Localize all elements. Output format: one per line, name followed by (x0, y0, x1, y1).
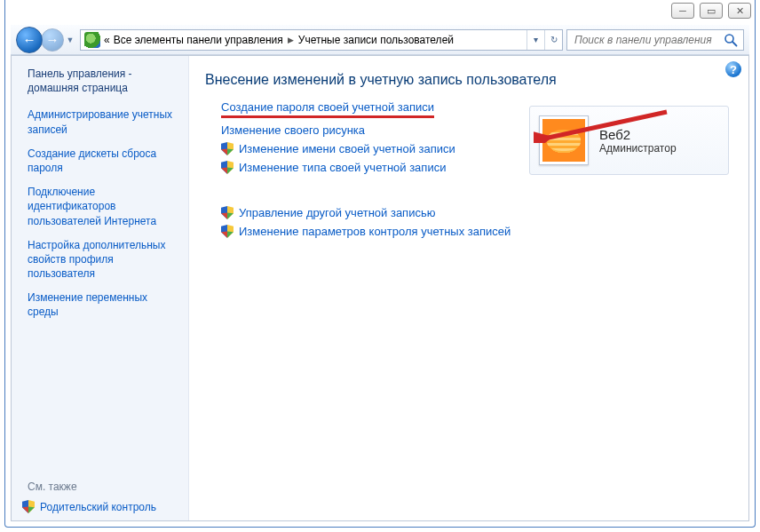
main-panel: ? Внесение изменений в учетную запись по… (189, 56, 748, 520)
window-frame: ← → ▼ « Все элементы панели управления ▶… (4, 0, 756, 528)
address-dropdown[interactable]: ▾ (526, 30, 544, 50)
close-button[interactable]: ✕ (728, 3, 751, 19)
toolbar: ← → ▼ « Все элементы панели управления ▶… (11, 25, 749, 55)
arrow-left-icon: ← (23, 33, 36, 46)
breadcrumb-segment[interactable]: Учетные записи пользователей (298, 34, 454, 46)
shield-icon (22, 500, 35, 513)
task-link-uac-settings[interactable]: Изменение параметров контроля учетных за… (221, 225, 732, 238)
task-link-label: Управление другой учетной записью (239, 206, 435, 219)
maximize-button[interactable]: ▭ (700, 3, 723, 19)
user-name: Веб2 (599, 127, 677, 142)
see-also-label: См. также (28, 480, 178, 493)
sidebar-item[interactable]: Подключение идентификаторов пользователе… (28, 185, 178, 228)
avatar (539, 115, 589, 165)
sidebar-item[interactable]: Настройка дополнительных свойств профиля… (28, 238, 178, 282)
svg-line-1 (732, 42, 737, 46)
sidebar-home-link[interactable]: Панель управления - домашняя страница (28, 67, 178, 95)
address-bar[interactable]: « Все элементы панели управления ▶ Учетн… (80, 29, 563, 51)
refresh-button[interactable]: ↻ (544, 30, 562, 50)
minimize-button[interactable]: ─ (671, 3, 694, 19)
nav-history-dropdown[interactable]: ▼ (64, 28, 76, 52)
page-title: Внесение изменений в учетную запись поль… (205, 72, 732, 88)
task-link-label: Изменение имени своей учетной записи (239, 142, 455, 155)
shield-icon (221, 206, 234, 219)
sidebar-item[interactable]: Администрирование учетных записей (28, 107, 178, 136)
breadcrumb-prefix: « (104, 34, 110, 46)
help-button[interactable]: ? (725, 61, 741, 77)
see-also-link[interactable]: Родительский контроль (22, 500, 178, 513)
task-link-label: Создание пароля своей учетной записи (221, 100, 434, 118)
task-link-manage-other[interactable]: Управление другой учетной записью (221, 206, 732, 219)
nav-back-button[interactable]: ← (16, 27, 43, 53)
nav-forward-button[interactable]: → (41, 28, 64, 52)
chevron-right-icon[interactable]: ▶ (288, 36, 294, 44)
search-icon (724, 33, 738, 47)
task-link-group: Управление другой учетной записью Измене… (221, 206, 732, 238)
sidebar: Панель управления - домашняя страница Ад… (12, 56, 189, 520)
task-link-label: Изменение своего рисунка (221, 123, 365, 137)
search-box[interactable] (566, 29, 744, 51)
shield-icon (221, 161, 234, 174)
task-link-label: Изменение параметров контроля учетных за… (239, 225, 511, 238)
content-body: Панель управления - домашняя страница Ад… (11, 55, 749, 521)
user-role: Администратор (599, 142, 677, 155)
shield-icon (221, 225, 234, 238)
user-account-card: Веб2 Администратор (529, 106, 729, 175)
see-also-link-label: Родительский контроль (40, 501, 156, 513)
task-link-label: Изменение типа своей учетной записи (239, 161, 446, 174)
search-input[interactable] (573, 33, 724, 47)
shield-icon (221, 142, 234, 155)
arrow-right-icon: → (46, 33, 59, 46)
breadcrumb-segment[interactable]: Все элементы панели управления (114, 34, 283, 46)
sidebar-item[interactable]: Изменение переменных среды (28, 290, 178, 319)
avatar-image (542, 119, 585, 162)
sidebar-item[interactable]: Создание дискеты сброса пароля (28, 147, 178, 175)
control-panel-icon (84, 32, 100, 48)
